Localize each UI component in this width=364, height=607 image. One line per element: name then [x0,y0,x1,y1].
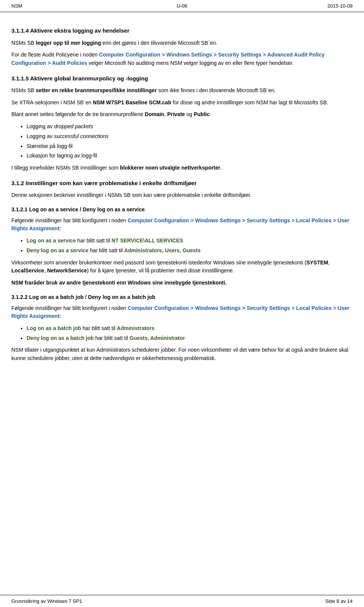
p3-comma: , [164,111,167,117]
section-3-1-1-4-p1: NSMs SB legger opp til mer logging enn d… [11,39,353,47]
bullet2-middle: har blitt satt til [95,335,129,341]
p2-start: Virksomheter som anvender brukerkontoer … [11,259,306,266]
section-3-1-1-5-p3: Blant annet settes følgende for de tre b… [11,110,353,119]
page: NSM U-06 2015-10-08 3.1.1.4 Aktivere eks… [0,0,364,607]
bullet1-prefix: Log on as a service [27,237,76,244]
p2-end: for disse og andre innstillinger som NSM… [171,99,328,105]
bullet2-middle: har blitt satt til [90,247,124,253]
header-date: 2015-10-08 [239,3,353,9]
dropped-packets-italic: dropped packets [54,123,93,129]
section-3-1-1-5-p2: Se XTRA-seksjonen i NSM SB´en NSM W7SP1 … [11,99,353,107]
p1-start: Følgende innstillinger har blitt konfigu… [11,217,128,223]
section-3-1-1-5-bullets: Logging av dropped packets Logging av su… [27,123,353,160]
bullet2-prefix: Deny log on as a service [27,247,88,253]
p3-start: Blant annet settes følgende for de tre b… [11,111,145,117]
p4-start: I tillegg inneholder NSMs SB innstilling… [11,165,120,171]
p3-domain: Domain [145,111,164,117]
p3-public: Public [194,111,210,117]
list-item: Deny log on as a batch job har blitt sat… [27,334,353,343]
footer-doc-title: Grunnsikring av Windows 7 SP1 [11,598,182,604]
section-3-1-1-4-p2: For de fleste Audit Policyene i noden Co… [11,51,353,67]
p4-end: . [220,165,222,171]
p2-start: Se XTRA-seksjonen i NSM SB´en [11,99,93,105]
list-item: Lokasjon for lagring av logg-fil [27,152,353,160]
p1-bold: legger opp til mer logging [36,40,101,46]
section-3-1-2-title: 3.1.2 Innstillinger som kan være problem… [11,179,353,188]
p1-end: som ikke finnes i den tilsvarende Micros… [157,87,276,93]
list-item: Størrelse på logg-fil [27,142,353,151]
p1-end: : [60,313,61,319]
footer-page-number: Side 8 av 14 [182,598,353,604]
main-content: 3.1.1.4 Aktivere ekstra logging av hende… [0,12,364,595]
section-3-1-2-1-p3: NSM fraråder bruk av andre tjenestekonti… [11,279,353,287]
bullet1-middle: har blitt satt til [77,237,111,244]
section-3-1-2-2-bullets: Log on as a batch job har blitt satt til… [27,324,353,342]
section-3-1-1-5-title: 3.1.1.5 Aktivere global brannmurpolicy o… [11,74,353,83]
page-footer: Grunnsikring av Windows 7 SP1 Side 8 av … [0,595,364,607]
bullet1-prefix: Log on as a batch job [27,325,81,331]
header-org: NSM [11,3,125,9]
bullet1-value: NT SERVICE\ALL SERVICES [111,237,183,244]
bullet1-middle: har blitt satt til [83,325,117,331]
p3-private: Private [167,111,185,117]
p2-comma1: , [328,259,330,266]
p1-start: NSMs SB [11,87,36,93]
bullet1-value: Administrators [117,325,155,331]
p2-end: ) for å kjøre tjenester, vil få probleme… [87,267,234,274]
section-3-1-2-1-title: 3.1.2.1 Log on as a service / Deny log o… [11,206,353,214]
p1-text-end: enn det gjøres i den tilsvarende Microso… [101,40,217,46]
section-3-1-1-5-p4: I tillegg inneholder NSMs SB innstilling… [11,164,353,172]
p2-local: LocalService [11,267,44,274]
bullet2-value: Guests, Administrator [130,335,185,341]
p1-start: Følgende innstillinger har blitt konfigu… [11,305,128,311]
section-3-1-2-2-p2: NSM tillater i utgangspunktet at kun Adm… [11,346,353,362]
p2-comma2: , [44,267,47,274]
section-3-1-1-5-p1: NSMs SB setter en rekke brannmurspesifik… [11,86,353,95]
p2-end: velger Microsoft No auditing mens NSM ve… [87,60,294,66]
p3-warning: NSM fraråder bruk av andre tjenestekonti… [11,280,227,286]
p1-end: : [60,225,61,231]
list-item: Logging av successful connections [27,132,353,141]
p4-bold: blokkerer noen utvalgte nettverksporter [120,165,220,171]
p1-bold: setter en rekke brannmurspesifikke innst… [36,87,157,93]
section-3-1-2-1-p1: Følgende innstillinger har blitt konfigu… [11,217,353,233]
p3-og: og [185,111,194,117]
p3-end: : [210,111,211,117]
section-3-1-2-2-p1: Følgende innstillinger har blitt konfigu… [11,304,353,321]
list-item: Log on as a service har blitt satt til N… [27,237,353,245]
section-3-1-2-1-p2: Virksomheter som anvender brukerkontoer … [11,259,353,275]
bullet2-value: Administrators, Users, Guests [124,247,201,253]
page-header: NSM U-06 2015-10-08 [0,0,364,12]
section-3-1-2-2-title: 3.1.2.2 Log on as a batch job / Deny log… [11,293,353,301]
section-3-1-1-4-title: 3.1.1.4 Aktivere ekstra logging av hende… [11,27,353,35]
section-3-1-2-1-bullets: Log on as a service har blitt satt til N… [27,237,353,255]
list-item: Logging av dropped packets [27,123,353,131]
successful-connections-italic: successful connections [54,133,108,139]
list-item: Log on as a batch job har blitt satt til… [27,324,353,333]
p2-start: For de fleste Audit Policyene i noden [11,52,99,58]
p2-network: NetworkService [47,267,87,274]
p2-sys: SYSTEM [306,259,328,266]
list-item: Deny log on as a service har blitt satt … [27,247,353,255]
header-doc-id: U-06 [125,3,239,9]
bullet2-prefix: Deny log on as a batch job [27,335,94,341]
section-3-1-2-p1: Denne seksjonen beskriver innstillinger … [11,191,353,200]
p1-text-start: NSMs SB [11,40,36,46]
p2-bold: NSM W7SP1 Baseline SCM.cab [93,99,171,105]
